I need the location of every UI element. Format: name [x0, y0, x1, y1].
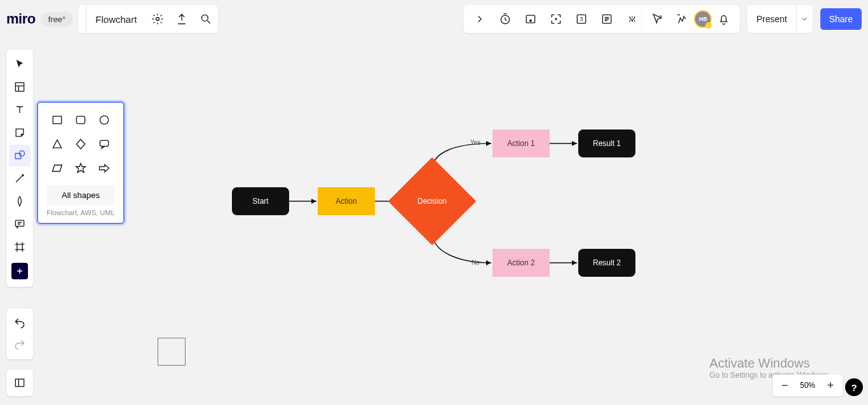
notes-icon[interactable] — [595, 7, 619, 31]
svg-rect-16 — [15, 154, 20, 159]
tool-add[interactable] — [11, 263, 28, 279]
node-start[interactable]: Start — [232, 187, 289, 215]
tool-frame[interactable] — [9, 236, 31, 258]
shape-diamond[interactable] — [72, 136, 89, 152]
tool-select[interactable] — [9, 53, 31, 75]
svg-point-13 — [632, 20, 633, 22]
shape-speech[interactable] — [96, 136, 113, 152]
zoom-out-button[interactable]: − — [776, 377, 793, 394]
tool-pen[interactable] — [9, 190, 31, 212]
cursor-tracking-icon[interactable] — [646, 7, 670, 31]
slides-icon[interactable]: 3 — [569, 7, 593, 31]
undo-redo-panel — [6, 309, 33, 359]
shape-star[interactable] — [72, 160, 89, 176]
shape-arrow[interactable] — [96, 160, 113, 176]
help-button[interactable]: ? — [845, 378, 863, 396]
svg-point-14 — [634, 20, 635, 22]
fit-icon[interactable] — [544, 7, 568, 31]
shapes-subtitle: Flowchart, AWS, UML — [43, 209, 118, 216]
svg-point-0 — [156, 18, 159, 21]
tool-line[interactable] — [9, 168, 31, 189]
shapes-popout: All shapes Flowchart, AWS, UML — [37, 102, 125, 224]
svg-rect-20 — [53, 116, 61, 124]
all-shapes-button[interactable]: All shapes — [47, 185, 114, 205]
svg-point-9 — [629, 17, 630, 18]
tool-comment[interactable] — [9, 213, 31, 235]
svg-rect-21 — [76, 116, 85, 124]
edge-label-yes: Yes — [470, 139, 480, 146]
shape-rounded-rect[interactable] — [72, 112, 89, 128]
tool-templates[interactable] — [9, 76, 31, 98]
node-result-2[interactable]: Result 2 — [578, 249, 635, 277]
shape-triangle[interactable] — [48, 136, 65, 152]
notifications-icon[interactable] — [712, 7, 736, 31]
zoom-in-button[interactable]: + — [822, 377, 839, 394]
timer-icon[interactable] — [493, 7, 517, 31]
node-decision-label: Decision — [401, 170, 463, 232]
svg-rect-15 — [15, 83, 24, 91]
svg-point-22 — [100, 116, 109, 124]
node-action[interactable]: Action — [318, 187, 375, 215]
svg-point-12 — [629, 20, 630, 22]
hide-frames-icon[interactable] — [519, 7, 543, 31]
svg-text:3: 3 — [580, 16, 583, 22]
undo-button[interactable] — [9, 312, 31, 334]
left-toolbar — [6, 50, 33, 287]
svg-rect-23 — [100, 140, 109, 146]
search-icon[interactable] — [194, 7, 218, 31]
svg-point-1 — [202, 15, 208, 21]
settings-icon[interactable] — [146, 7, 170, 31]
tool-text[interactable] — [9, 99, 31, 121]
shape-rectangle[interactable] — [48, 112, 65, 128]
expand-panel-icon[interactable] — [468, 7, 492, 31]
svg-rect-18 — [15, 220, 24, 226]
svg-point-10 — [632, 17, 633, 18]
shape-parallelogram[interactable] — [48, 160, 65, 176]
edge-label-no: No — [471, 259, 480, 266]
tool-shapes[interactable] — [9, 145, 31, 166]
svg-point-4 — [530, 20, 532, 22]
more-apps-icon[interactable] — [620, 7, 644, 31]
svg-point-5 — [555, 18, 557, 20]
present-button[interactable]: Present — [747, 8, 796, 30]
node-result-1[interactable]: Result 1 — [578, 129, 635, 157]
plan-badge[interactable]: free° — [41, 12, 74, 27]
zoom-percent[interactable]: 50% — [797, 381, 818, 390]
share-button[interactable]: Share — [820, 8, 862, 30]
svg-point-11 — [634, 17, 635, 18]
svg-rect-19 — [15, 379, 24, 387]
board-name[interactable]: Flowchart — [86, 5, 146, 33]
present-dropdown[interactable] — [796, 5, 813, 33]
tool-sticky[interactable] — [9, 122, 31, 143]
node-action-2[interactable]: Action 2 — [492, 249, 550, 277]
export-icon[interactable] — [170, 7, 194, 31]
node-decision[interactable]: Decision — [401, 170, 463, 232]
collapse-panel-button[interactable] — [6, 369, 33, 396]
redo-button[interactable] — [9, 334, 31, 355]
user-avatar[interactable]: HB — [694, 7, 712, 31]
shape-circle[interactable] — [96, 112, 113, 128]
zoom-controls: − 50% + — [773, 375, 843, 396]
ghost-shape-preview[interactable] — [158, 338, 186, 366]
node-action-1[interactable]: Action 1 — [492, 129, 550, 157]
reactions-icon[interactable] — [670, 7, 694, 31]
app-logo[interactable]: miro — [6, 11, 36, 27]
avatar-initials: HB — [699, 16, 707, 22]
